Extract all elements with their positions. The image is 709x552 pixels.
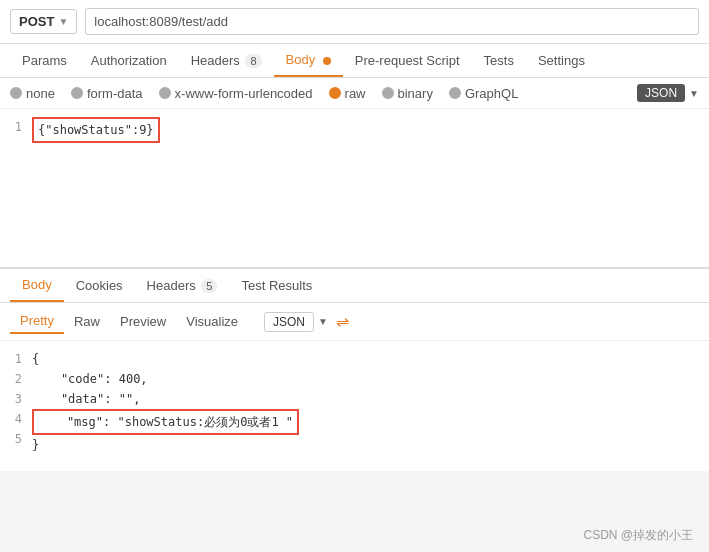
radio-urlencoded-circle <box>159 87 171 99</box>
request-body-editor: 1 {"showStatus":9} <box>0 109 709 269</box>
radio-raw[interactable]: raw <box>329 86 366 101</box>
radio-form-data-label: form-data <box>87 86 143 101</box>
resp-line-3-text: "data": "", <box>32 389 140 409</box>
resp-code-content: { "code": 400, "data": "", "msg": "showS… <box>28 341 709 471</box>
radio-urlencoded-label: x-www-form-urlencoded <box>175 86 313 101</box>
subtab-pretty[interactable]: Pretty <box>10 309 64 334</box>
tab-headers[interactable]: Headers 8 <box>179 45 274 76</box>
resp-format-chevron: ▼ <box>318 316 328 327</box>
response-section: Body Cookies Headers 5 Test Results Pret… <box>0 269 709 471</box>
resp-format-select[interactable]: JSON ▼ <box>264 312 328 332</box>
format-select[interactable]: JSON ▼ <box>637 84 699 102</box>
line-numbers-bottom: 1 2 3 4 5 <box>0 341 28 471</box>
method-label: POST <box>19 14 54 29</box>
watermark: CSDN @掉发的小王 <box>583 527 693 544</box>
response-tab-bar: Body Cookies Headers 5 Test Results <box>0 269 709 303</box>
tab-pre-request[interactable]: Pre-request Script <box>343 45 472 76</box>
radio-raw-circle <box>329 87 341 99</box>
tab-resp-headers[interactable]: Headers 5 <box>135 270 230 301</box>
radio-none[interactable]: none <box>10 86 55 101</box>
top-tab-bar: Params Authorization Headers 8 Body Pre-… <box>0 44 709 78</box>
resp-line-5: } <box>32 435 705 455</box>
body-dot <box>323 57 331 65</box>
response-subtabs: Pretty Raw Preview Visualize JSON ▼ ⇌ <box>0 303 709 341</box>
tab-settings[interactable]: Settings <box>526 45 597 76</box>
response-body-editor: 1 2 3 4 5 { "code": 400, "data": "", "ms… <box>0 341 709 471</box>
resp-line-3: "data": "", <box>32 389 705 409</box>
resp-line-num-4: 4 <box>6 409 22 429</box>
radio-graphql[interactable]: GraphQL <box>449 86 518 101</box>
resp-line-2: "code": 400, <box>32 369 705 389</box>
tab-resp-cookies[interactable]: Cookies <box>64 270 135 301</box>
method-chevron: ▼ <box>58 16 68 27</box>
code-content-top[interactable]: {"showStatus":9} <box>28 109 709 267</box>
resp-line-num-5: 5 <box>6 429 22 449</box>
radio-graphql-circle <box>449 87 461 99</box>
resp-headers-badge: 5 <box>201 279 217 293</box>
tab-body[interactable]: Body <box>274 44 343 77</box>
radio-form-data[interactable]: form-data <box>71 86 143 101</box>
url-input[interactable] <box>85 8 699 35</box>
resp-line-1-text: { <box>32 349 39 369</box>
format-badge: JSON <box>637 84 685 102</box>
radio-form-data-circle <box>71 87 83 99</box>
subtab-preview[interactable]: Preview <box>110 310 176 333</box>
resp-format-badge: JSON <box>264 312 314 332</box>
body-options: none form-data x-www-form-urlencoded raw… <box>0 78 709 109</box>
subtab-visualize[interactable]: Visualize <box>176 310 248 333</box>
resp-line-4: "msg": "showStatus:必须为0或者1 " <box>32 409 705 435</box>
headers-badge: 8 <box>245 54 261 68</box>
tab-resp-body[interactable]: Body <box>10 269 64 302</box>
resp-wrap-icon[interactable]: ⇌ <box>336 312 349 331</box>
radio-binary[interactable]: binary <box>382 86 433 101</box>
format-chevron: ▼ <box>689 88 699 99</box>
line-numbers-top: 1 <box>0 109 28 267</box>
url-bar: POST ▼ <box>0 0 709 44</box>
resp-line-num-3: 3 <box>6 389 22 409</box>
tab-tests[interactable]: Tests <box>472 45 526 76</box>
radio-binary-circle <box>382 87 394 99</box>
radio-none-circle <box>10 87 22 99</box>
subtab-raw[interactable]: Raw <box>64 310 110 333</box>
radio-raw-label: raw <box>345 86 366 101</box>
code-line-1: {"showStatus":9} <box>32 117 705 143</box>
radio-urlencoded[interactable]: x-www-form-urlencoded <box>159 86 313 101</box>
radio-graphql-label: GraphQL <box>465 86 518 101</box>
radio-none-label: none <box>26 86 55 101</box>
request-body-highlighted: {"showStatus":9} <box>32 117 160 143</box>
method-select[interactable]: POST ▼ <box>10 9 77 34</box>
resp-line-5-text: } <box>32 435 39 455</box>
radio-binary-label: binary <box>398 86 433 101</box>
resp-line-num-1: 1 <box>6 349 22 369</box>
line-number-1: 1 <box>6 117 22 137</box>
tab-authorization[interactable]: Authorization <box>79 45 179 76</box>
resp-line-4-highlighted: "msg": "showStatus:必须为0或者1 " <box>32 409 299 435</box>
resp-line-2-text: "code": 400, <box>32 369 148 389</box>
resp-line-num-2: 2 <box>6 369 22 389</box>
tab-params[interactable]: Params <box>10 45 79 76</box>
tab-resp-test-results[interactable]: Test Results <box>229 270 324 301</box>
resp-line-1: { <box>32 349 705 369</box>
